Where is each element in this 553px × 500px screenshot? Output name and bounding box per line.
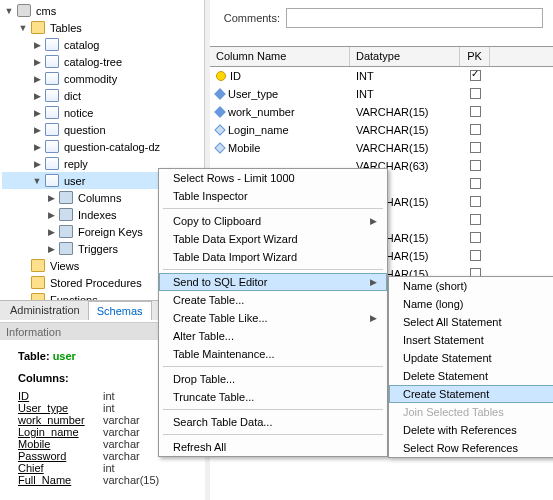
table-icon bbox=[45, 38, 59, 51]
grid-row[interactable]: Login_nameVARCHAR(15) bbox=[210, 121, 553, 139]
folder-icon bbox=[31, 259, 45, 272]
submenu-arrow-icon: ▶ bbox=[370, 277, 377, 287]
grid-row[interactable]: IDINT bbox=[210, 67, 553, 85]
menu-item[interactable]: Name (long) bbox=[389, 295, 553, 313]
menu-item[interactable]: Create Table Like...▶ bbox=[159, 309, 387, 327]
folder-icon bbox=[59, 191, 73, 204]
grid-header-datatype[interactable]: Datatype bbox=[350, 47, 460, 66]
diamond-icon bbox=[214, 124, 225, 135]
tree-table-notice[interactable]: ▶notice bbox=[2, 104, 204, 121]
menu-item[interactable]: Select Row References bbox=[389, 439, 553, 457]
key-icon bbox=[216, 71, 226, 81]
menu-item[interactable]: Delete Statement bbox=[389, 367, 553, 385]
folder-icon bbox=[59, 225, 73, 238]
menu-item[interactable]: Name (short) bbox=[389, 277, 553, 295]
info-col-row: Chiefint bbox=[18, 462, 195, 474]
grid-header-pk[interactable]: PK bbox=[460, 47, 490, 66]
comments-input[interactable] bbox=[286, 8, 543, 28]
table-icon bbox=[45, 174, 59, 187]
table-icon bbox=[45, 157, 59, 170]
folder-icon bbox=[31, 276, 45, 289]
diamond-icon bbox=[214, 88, 225, 99]
pk-checkbox[interactable] bbox=[470, 178, 481, 189]
tree-tables-folder[interactable]: ▼Tables bbox=[2, 19, 204, 36]
tab-admin[interactable]: Administration bbox=[2, 301, 88, 320]
pk-checkbox[interactable] bbox=[470, 88, 481, 99]
pk-checkbox[interactable] bbox=[470, 142, 481, 153]
folder-icon bbox=[59, 242, 73, 255]
grid-header-column[interactable]: Column Name bbox=[210, 47, 350, 66]
database-icon bbox=[17, 4, 31, 17]
folder-icon bbox=[59, 208, 73, 221]
pk-checkbox[interactable] bbox=[470, 70, 481, 81]
diamond-icon bbox=[214, 142, 225, 153]
context-menu-sql: Name (short)Name (long)Select All Statem… bbox=[388, 276, 553, 458]
grid-row[interactable]: MobileVARCHAR(15) bbox=[210, 139, 553, 157]
tree-db[interactable]: ▼cms bbox=[2, 2, 204, 19]
pk-checkbox[interactable] bbox=[470, 250, 481, 261]
pk-checkbox[interactable] bbox=[470, 106, 481, 117]
menu-item[interactable]: Select Rows - Limit 1000 bbox=[159, 169, 387, 187]
tree-table-catalog-tree[interactable]: ▶catalog-tree bbox=[2, 53, 204, 70]
tree-table-question-catalog-dz[interactable]: ▶question-catalog-dz bbox=[2, 138, 204, 155]
tree-table-dict[interactable]: ▶dict bbox=[2, 87, 204, 104]
menu-item[interactable]: Update Statement bbox=[389, 349, 553, 367]
table-icon bbox=[45, 72, 59, 85]
menu-item[interactable]: Select All Statement bbox=[389, 313, 553, 331]
menu-item[interactable]: Table Data Export Wizard bbox=[159, 230, 387, 248]
grid-row[interactable]: work_numberVARCHAR(15) bbox=[210, 103, 553, 121]
grid-row[interactable]: User_typeINT bbox=[210, 85, 553, 103]
menu-item[interactable]: Truncate Table... bbox=[159, 388, 387, 406]
menu-item[interactable]: Drop Table... bbox=[159, 370, 387, 388]
pk-checkbox[interactable] bbox=[470, 214, 481, 225]
pk-checkbox[interactable] bbox=[470, 124, 481, 135]
pk-checkbox[interactable] bbox=[470, 196, 481, 207]
menu-item[interactable]: Refresh All bbox=[159, 438, 387, 456]
diamond-icon bbox=[214, 106, 225, 117]
info-col-row: Full_Namevarchar(15) bbox=[18, 474, 195, 486]
submenu-arrow-icon: ▶ bbox=[370, 216, 377, 226]
menu-item: Join Selected Tables bbox=[389, 403, 553, 421]
submenu-arrow-icon: ▶ bbox=[370, 313, 377, 323]
table-icon bbox=[45, 106, 59, 119]
menu-item[interactable]: Alter Table... bbox=[159, 327, 387, 345]
table-icon bbox=[45, 140, 59, 153]
menu-item[interactable]: Insert Statement bbox=[389, 331, 553, 349]
table-icon bbox=[45, 123, 59, 136]
menu-item[interactable]: Copy to Clipboard▶ bbox=[159, 212, 387, 230]
pk-checkbox[interactable] bbox=[470, 232, 481, 243]
menu-item[interactable]: Create Table... bbox=[159, 291, 387, 309]
tree-table-commodity[interactable]: ▶commodity bbox=[2, 70, 204, 87]
menu-item[interactable]: Create Statement bbox=[389, 385, 553, 403]
menu-item[interactable]: Table Maintenance... bbox=[159, 345, 387, 363]
comments-label: Comments: bbox=[220, 12, 280, 24]
folder-icon bbox=[31, 21, 45, 34]
menu-item[interactable]: Delete with References bbox=[389, 421, 553, 439]
table-icon bbox=[45, 89, 59, 102]
menu-item[interactable]: Send to SQL Editor▶ bbox=[159, 273, 387, 291]
tab-schemas[interactable]: Schemas bbox=[88, 301, 152, 320]
tree-table-catalog[interactable]: ▶catalog bbox=[2, 36, 204, 53]
table-icon bbox=[45, 55, 59, 68]
menu-item[interactable]: Search Table Data... bbox=[159, 413, 387, 431]
menu-item[interactable]: Table Inspector bbox=[159, 187, 387, 205]
menu-item[interactable]: Table Data Import Wizard bbox=[159, 248, 387, 266]
pk-checkbox[interactable] bbox=[470, 160, 481, 171]
selected-table-name: user bbox=[53, 350, 76, 362]
context-menu-table: Select Rows - Limit 1000Table InspectorC… bbox=[158, 168, 388, 457]
tree-table-question[interactable]: ▶question bbox=[2, 121, 204, 138]
